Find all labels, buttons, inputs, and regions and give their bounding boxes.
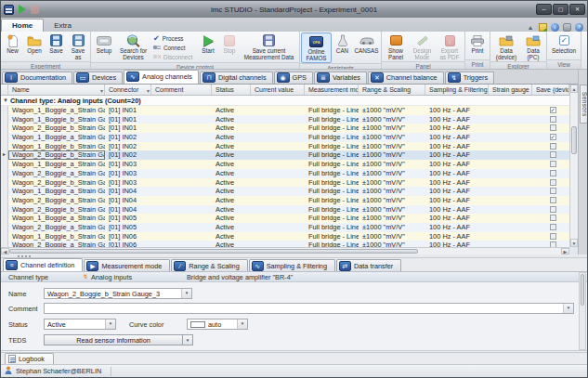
- name-combobox[interactable]: Wagon_2_Boggie_b_Strain Gauge_3 ▼: [44, 288, 192, 299]
- status-combobox[interactable]: Active ▼: [44, 319, 116, 330]
- table-row[interactable]: Wagon_2_Boggie_a_Strain Gauge_2[01] IN04…: [1, 196, 569, 205]
- cell-name[interactable]: Wagon_1_Boggie_a_Strain Gauge_4: [8, 187, 105, 196]
- help-icon[interactable]: ?: [575, 23, 583, 32]
- tab-analog-channels[interactable]: ∿Analog channels: [124, 70, 199, 84]
- collapse-group-icon[interactable]: ▼: [1, 98, 10, 103]
- scroll-right-icon[interactable]: ▶: [561, 248, 569, 254]
- cell-comment[interactable]: [151, 124, 212, 133]
- detail-tab-data-transfer[interactable]: ⇄Data transfer: [336, 259, 401, 271]
- cell-current[interactable]: [251, 232, 305, 241]
- cell-mode[interactable]: Full bridge - Linear: [305, 205, 359, 215]
- tab-digital-channels[interactable]: ⊓Digital channels: [200, 72, 273, 84]
- edit-logbook-icon[interactable]: [539, 23, 547, 32]
- table-row[interactable]: Wagon_1_Boggie_a_Strain Gauge_4[01] IN04…: [1, 187, 569, 196]
- cell-range[interactable]: ±1000 "mV/V": [359, 178, 425, 188]
- cell-status[interactable]: Active: [212, 169, 251, 178]
- cell-comment[interactable]: [151, 115, 212, 124]
- vertical-scroll-thumb[interactable]: [571, 126, 577, 154]
- cell-sampling[interactable]: 100 Hz - AAF: [425, 133, 489, 142]
- table-row[interactable]: Wagon_1_Boggie_b_Strain Gauge_4[01] IN01…: [1, 115, 569, 124]
- cell-status[interactable]: Active: [212, 178, 251, 188]
- cell-name[interactable]: Wagon_1_Boggie_b_Strain Gauge_1: [8, 232, 105, 241]
- teds-dropdown-icon[interactable]: ▼: [183, 334, 193, 345]
- imc-logo-icon[interactable]: [4, 5, 14, 15]
- cell-mode[interactable]: Full bridge - Linear: [305, 232, 359, 241]
- column-header-status[interactable]: Status: [212, 85, 251, 95]
- horizontal-scrollbar[interactable]: ◀ ▶: [1, 247, 569, 254]
- cell-save-device[interactable]: [532, 178, 569, 188]
- cell-comment[interactable]: [151, 187, 212, 196]
- cell-mode[interactable]: Full bridge - Linear: [305, 241, 359, 247]
- filter-arrow-icon[interactable]: ▾: [147, 86, 150, 95]
- cell-range[interactable]: ±1000 "mV/V": [359, 214, 425, 223]
- cell-name[interactable]: Wagon_2_Boggie_b_Strain Gauge_2: [8, 124, 105, 133]
- cell-range[interactable]: ±1000 "mV/V": [359, 241, 425, 247]
- checkbox-icon[interactable]: [550, 206, 556, 213]
- cell-connector[interactable]: [01] IN05: [105, 223, 151, 232]
- table-row[interactable]: Wagon_1_Boggie_b_Strain Gauge_1[01] IN06…: [1, 232, 569, 241]
- cell-save-device[interactable]: [532, 150, 569, 160]
- scroll-left-icon[interactable]: ◀: [1, 248, 9, 254]
- cell-name[interactable]: Wagon_2_Boggie_a_Strain Gauge_1: [8, 169, 105, 178]
- cell-range[interactable]: ±1000 "mV/V": [359, 160, 425, 169]
- cell-sampling[interactable]: 100 Hz - AAF: [425, 187, 489, 196]
- column-header-name[interactable]: Name▾: [8, 85, 105, 95]
- cell-name[interactable]: Wagon_1_Boggie_a_Strain Gauge_3: [8, 160, 105, 169]
- cell-mode[interactable]: Full bridge - Linear: [305, 169, 359, 178]
- cell-strain[interactable]: [489, 169, 532, 178]
- detail-tab-sampling-filtering[interactable]: ∿Sampling & Filtering: [249, 259, 335, 271]
- cell-strain[interactable]: [489, 214, 532, 223]
- dropdown-icon[interactable]: ▼: [105, 319, 115, 329]
- filter-arrow-icon[interactable]: ▾: [100, 86, 103, 95]
- minimize-icon[interactable]: ─: [536, 4, 552, 15]
- cell-save-device[interactable]: [532, 187, 569, 196]
- cell-current[interactable]: [251, 214, 305, 223]
- cell-comment[interactable]: [151, 133, 212, 142]
- cell-mode[interactable]: Full bridge - Linear: [305, 124, 359, 133]
- checkbox-icon[interactable]: [550, 233, 556, 240]
- cell-name[interactable]: Wagon_2_Boggie_a_Strain Gauge_4: [8, 241, 105, 247]
- cell-status[interactable]: Active: [212, 196, 251, 205]
- cell-range[interactable]: ±1000 "mV/V": [359, 133, 425, 142]
- cell-name[interactable]: Wagon_1_Boggie_a_Strain Gauge_2: [8, 133, 105, 142]
- show-panel-button[interactable]: Show Panel: [383, 33, 409, 61]
- cell-status[interactable]: Active: [212, 133, 251, 142]
- cell-connector[interactable]: [01] IN05: [105, 214, 151, 223]
- cell-current[interactable]: [251, 196, 305, 205]
- maximize-icon[interactable]: ▢: [553, 4, 568, 15]
- checkbox-icon[interactable]: [550, 143, 556, 150]
- cell-save-device[interactable]: [532, 205, 569, 215]
- table-row[interactable]: Wagon_2_Boggie_a_Strain Gauge_4[01] IN06…: [1, 241, 569, 247]
- comment-combobox[interactable]: ▼: [44, 303, 574, 314]
- cell-mode[interactable]: Full bridge - Linear: [305, 160, 359, 169]
- cell-range[interactable]: ±1000 "mV/V": [359, 205, 425, 215]
- cell-save-device[interactable]: [532, 160, 569, 169]
- cell-save-device[interactable]: ✓: [532, 133, 569, 142]
- cell-strain[interactable]: [489, 124, 532, 133]
- cell-connector[interactable]: [01] IN01: [105, 106, 151, 115]
- cell-status[interactable]: Active: [212, 150, 251, 160]
- cell-name[interactable]: Wagon_1_Boggie_a_Strain Gauge_1: [8, 106, 105, 115]
- cell-range[interactable]: ±1000 "mV/V": [359, 187, 425, 196]
- table-row[interactable]: ▸Wagon_2_Boggie_b_Strain Gauge_3[01] IN0…: [1, 150, 569, 160]
- checkbox-icon[interactable]: ✓: [550, 134, 556, 140]
- cell-sampling[interactable]: 100 Hz - AAF: [425, 223, 489, 232]
- cell-connector[interactable]: [01] IN04: [105, 187, 151, 196]
- cell-current[interactable]: [251, 178, 305, 188]
- cell-connector[interactable]: [01] IN03: [105, 169, 151, 178]
- cell-connector[interactable]: [01] IN01: [105, 124, 151, 133]
- cell-strain[interactable]: [489, 241, 532, 247]
- cell-mode[interactable]: Full bridge - Linear: [305, 223, 359, 232]
- cell-strain[interactable]: [489, 160, 532, 169]
- cell-sampling[interactable]: 100 Hz - AAF: [425, 205, 489, 215]
- print-button[interactable]: Print: [466, 33, 489, 59]
- cell-name[interactable]: Wagon_1_Boggie_b_Strain Gauge_4: [8, 115, 105, 124]
- cell-status[interactable]: Active: [212, 205, 251, 215]
- cell-mode[interactable]: Full bridge - Linear: [305, 106, 359, 115]
- read-sensor-information-button[interactable]: Read sensor information: [44, 334, 183, 345]
- cell-comment[interactable]: [151, 241, 212, 247]
- cell-current[interactable]: [251, 133, 305, 142]
- cell-status[interactable]: Active: [212, 214, 251, 223]
- cell-strain[interactable]: [489, 115, 532, 124]
- checkbox-icon[interactable]: [550, 170, 556, 176]
